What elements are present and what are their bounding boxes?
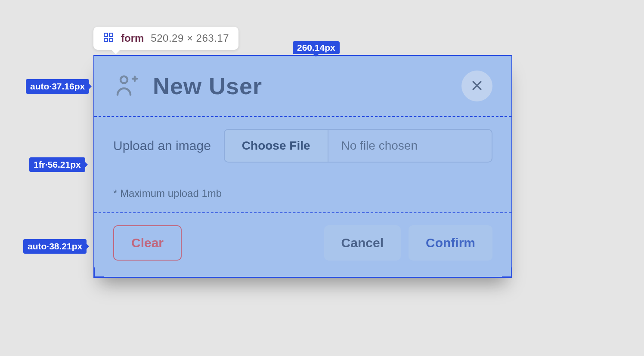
devtools-element-tooltip: form 520.29 × 263.17 [93,27,238,50]
grid-column-size-badge: 260.14px [293,41,340,54]
dialog-footer: Clear Cancel Confirm [94,212,511,279]
grid-row-size-badge-2: 1fr·56.21px [29,157,85,172]
grid-icon [103,32,114,45]
clear-button[interactable]: Clear [113,225,182,261]
grid-row-size-badge-3: auto·38.21px [23,239,87,254]
svg-rect-1 [109,33,113,37]
tooltip-dimensions: 520.29 × 263.17 [151,32,229,44]
new-user-form: New User Upload an image Choose File No … [93,55,512,278]
upload-hint: * Maximum upload 1mb [113,187,492,199]
tooltip-element-name: form [121,32,144,44]
dialog-body: Upload an image Choose File No file chos… [94,116,511,212]
file-input[interactable]: Choose File No file chosen [224,129,492,163]
file-name-text: No file chosen [328,130,492,162]
svg-rect-2 [104,38,108,42]
confirm-button[interactable]: Confirm [409,225,492,261]
dialog-title: New User [153,73,262,99]
user-plus-icon [113,72,139,100]
close-button[interactable] [461,71,492,101]
svg-rect-0 [104,33,108,37]
svg-rect-3 [109,38,113,42]
cancel-button[interactable]: Cancel [324,225,401,261]
svg-point-4 [121,77,127,83]
dialog-header: New User [94,56,511,116]
close-icon [471,79,483,93]
grid-row-size-badge-1: auto·37.16px [26,79,89,94]
choose-file-button[interactable]: Choose File [225,130,328,162]
upload-label: Upload an image [113,138,211,153]
